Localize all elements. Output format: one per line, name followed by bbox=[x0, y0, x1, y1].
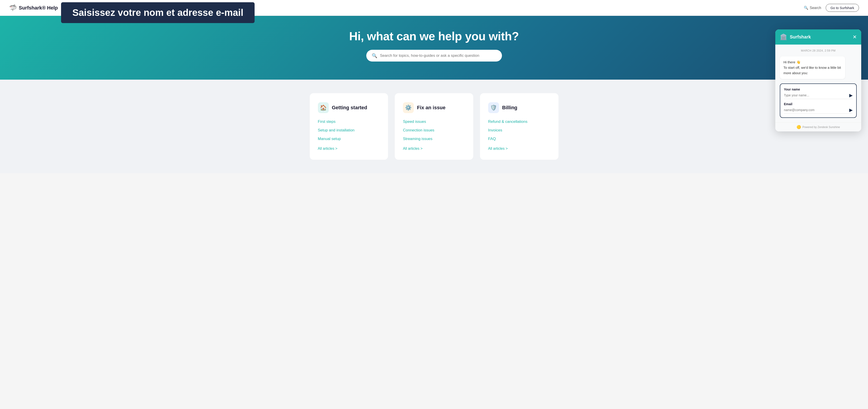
search-label: Search bbox=[810, 6, 821, 10]
chat-title: Surfshark bbox=[790, 34, 811, 39]
name-label: Your name bbox=[784, 88, 852, 91]
chat-footer-text: Powered by Zendesk Sunshine bbox=[802, 125, 840, 129]
hero-section: Hi, what can we help you with? 🔍 bbox=[0, 16, 868, 80]
chat-bubble: Hi there 👋 To start off, we'd like to kn… bbox=[780, 56, 845, 79]
email-input-row: ▶ bbox=[784, 108, 852, 114]
getting-started-title: Getting started bbox=[332, 105, 367, 111]
fix-issue-all-articles[interactable]: All articles > bbox=[403, 147, 423, 151]
getting-started-all-articles[interactable]: All articles > bbox=[318, 147, 338, 151]
name-submit-button[interactable]: ▶ bbox=[849, 93, 852, 97]
list-item: Manual setup bbox=[318, 137, 380, 141]
chat-bubble-line1: Hi there 👋 bbox=[783, 60, 801, 64]
chat-brand-icon: 🏛️ bbox=[780, 33, 787, 40]
hero-search-input[interactable] bbox=[380, 53, 497, 58]
go-button-label: Go to Surfshark bbox=[831, 6, 854, 10]
list-item: Speed issues bbox=[403, 119, 465, 124]
hero-search-icon: 🔍 bbox=[372, 53, 377, 58]
category-card-fix-an-issue: ⚙️ Fix an issue Speed issues Connection … bbox=[395, 93, 473, 160]
fix-issue-icon: ⚙️ bbox=[403, 102, 414, 113]
logo-text: Surfshark® Help bbox=[19, 5, 58, 11]
invoices-link[interactable]: Invoices bbox=[488, 128, 502, 132]
search-button[interactable]: 🔍 Search bbox=[804, 6, 821, 10]
streaming-issues-link[interactable]: Streaming issues bbox=[403, 137, 432, 141]
billing-title: Billing bbox=[502, 105, 517, 111]
billing-icon: 🛡️ bbox=[488, 102, 499, 113]
getting-started-icon: 🏠 bbox=[318, 102, 329, 113]
list-item: First steps bbox=[318, 119, 380, 124]
chat-form-box: Your name ▶ Email ▶ bbox=[780, 84, 857, 118]
chat-close-button[interactable]: ✕ bbox=[852, 35, 857, 39]
billing-links: Refund & cancellations Invoices FAQ bbox=[488, 119, 550, 141]
category-header-fix-issue: ⚙️ Fix an issue bbox=[403, 102, 465, 113]
zendesk-icon: 🟡 bbox=[797, 125, 801, 129]
category-card-getting-started: 🏠 Getting started First steps Setup and … bbox=[310, 93, 388, 160]
surfshark-logo-icon: 🦈 bbox=[9, 4, 17, 11]
categories-container: 🏠 Getting started First steps Setup and … bbox=[310, 93, 558, 160]
tooltip-text: Saisissez votre nom et adresse e-mail bbox=[72, 7, 243, 18]
search-icon: 🔍 bbox=[804, 6, 808, 10]
chat-body: MARCH 28 2024, 2:59 PM Hi there 👋 To sta… bbox=[775, 45, 861, 122]
fix-issue-links: Speed issues Connection issues Streaming… bbox=[403, 119, 465, 141]
logo: 🦈 Surfshark® Help bbox=[9, 4, 58, 11]
faq-link[interactable]: FAQ bbox=[488, 137, 496, 141]
list-item: FAQ bbox=[488, 137, 550, 141]
header-right: 🔍 Search Go to Surfshark bbox=[804, 4, 859, 12]
go-to-surfshark-button[interactable]: Go to Surfshark bbox=[826, 4, 859, 12]
speed-issues-link[interactable]: Speed issues bbox=[403, 119, 426, 124]
list-item: Refund & cancellations bbox=[488, 119, 550, 124]
refund-link[interactable]: Refund & cancellations bbox=[488, 119, 527, 124]
content-area: 🏠 Getting started First steps Setup and … bbox=[0, 80, 868, 173]
chat-bubble-line2: To start off, we'd like to know a little… bbox=[783, 66, 841, 75]
chat-header-left: 🏛️ Surfshark bbox=[780, 33, 811, 40]
setup-installation-link[interactable]: Setup and installation bbox=[318, 128, 355, 132]
list-item: Streaming issues bbox=[403, 137, 465, 141]
chat-widget: 🏛️ Surfshark ✕ MARCH 28 2024, 2:59 PM Hi… bbox=[775, 29, 861, 132]
chat-header: 🏛️ Surfshark ✕ bbox=[775, 29, 861, 45]
category-card-billing: 🛡️ Billing Refund & cancellations Invoic… bbox=[480, 93, 558, 160]
list-item: Setup and installation bbox=[318, 128, 380, 133]
list-item: Connection issues bbox=[403, 128, 465, 133]
name-input-row: ▶ bbox=[784, 93, 852, 99]
email-input[interactable] bbox=[784, 108, 849, 112]
email-field-container: Email ▶ bbox=[784, 102, 852, 114]
manual-setup-link[interactable]: Manual setup bbox=[318, 137, 341, 141]
tooltip-banner: Saisissez votre nom et adresse e-mail bbox=[61, 2, 255, 23]
chat-timestamp: MARCH 28 2024, 2:59 PM bbox=[780, 49, 857, 52]
email-submit-button[interactable]: ▶ bbox=[849, 108, 852, 112]
chat-footer: 🟡 Powered by Zendesk Sunshine bbox=[775, 122, 861, 132]
first-steps-link[interactable]: First steps bbox=[318, 119, 336, 124]
email-label: Email bbox=[784, 102, 852, 106]
getting-started-links: First steps Setup and installation Manua… bbox=[318, 119, 380, 141]
list-item: Invoices bbox=[488, 128, 550, 133]
name-field-container: Your name ▶ bbox=[784, 88, 852, 99]
hero-search-container: 🔍 bbox=[366, 50, 502, 61]
connection-issues-link[interactable]: Connection issues bbox=[403, 128, 434, 132]
fix-issue-title: Fix an issue bbox=[417, 105, 445, 111]
billing-all-articles[interactable]: All articles > bbox=[488, 147, 508, 151]
category-header-billing: 🛡️ Billing bbox=[488, 102, 550, 113]
category-header-getting-started: 🏠 Getting started bbox=[318, 102, 380, 113]
hero-heading: Hi, what can we help you with? bbox=[4, 29, 864, 43]
name-input[interactable] bbox=[784, 93, 849, 97]
